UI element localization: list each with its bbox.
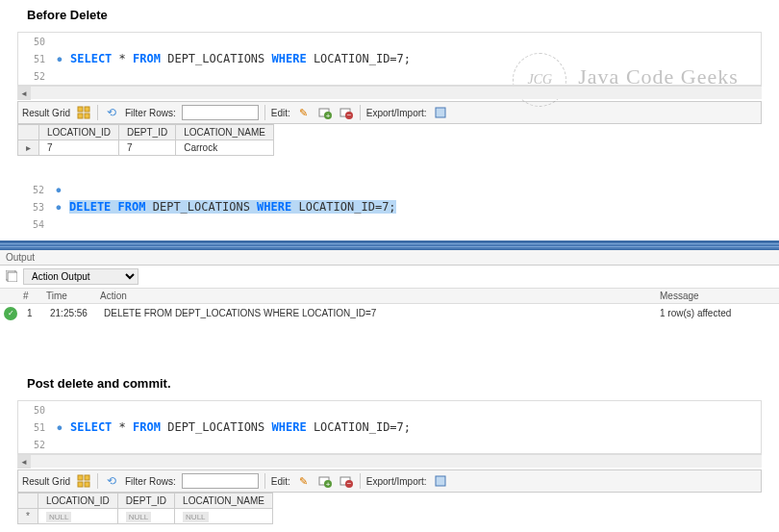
output-panel: Output Action Output # Time Action Messa… xyxy=(0,250,779,322)
export-icon[interactable] xyxy=(433,105,448,120)
output-window-icon[interactable] xyxy=(6,270,17,284)
section-title-before: Before Delete xyxy=(0,0,779,30)
export-import-label: Export/Import: xyxy=(366,476,427,487)
column-header[interactable]: LOCATION_ID xyxy=(39,125,119,140)
svg-text:−: − xyxy=(346,111,351,119)
sql-editor-1[interactable]: 50 51 ● SELECT * FROM DEPT_LOCATIONS WHE… xyxy=(17,32,762,86)
line-number: 54 xyxy=(17,219,52,230)
horizontal-scrollbar[interactable]: ◄ xyxy=(17,86,762,99)
grid-view-icon[interactable] xyxy=(76,105,91,120)
column-header[interactable]: LOCATION_ID xyxy=(38,494,117,509)
filter-rows-input[interactable] xyxy=(182,105,259,120)
svg-rect-10 xyxy=(436,108,445,117)
filter-rows-label: Filter Rows: xyxy=(125,476,176,487)
delete-row-icon[interactable]: − xyxy=(339,473,354,489)
row-marker-icon: ▸ xyxy=(18,140,39,156)
output-row[interactable]: ✓ 1 21:25:56 DELETE FROM DEPT_LOCATIONS … xyxy=(0,304,779,322)
edit-icon[interactable]: ✎ xyxy=(296,105,312,120)
breakpoint-bullet[interactable]: ● xyxy=(52,203,65,212)
svg-rect-13 xyxy=(78,475,83,480)
result-table-1: LOCATION_ID DEPT_ID LOCATION_NAME ▸ 7 7 … xyxy=(17,124,274,156)
sql-statement[interactable]: DELETE FROM DEPT_LOCATIONS WHERE LOCATIO… xyxy=(65,200,762,214)
null-value: NULL xyxy=(46,512,71,522)
svg-rect-12 xyxy=(8,272,17,282)
output-type-dropdown[interactable]: Action Output xyxy=(23,268,138,285)
refresh-icon[interactable]: ⟲ xyxy=(104,473,119,489)
edit-label: Edit: xyxy=(271,108,290,118)
line-number: 51 xyxy=(18,422,53,433)
column-header[interactable]: DEPT_ID xyxy=(117,494,174,509)
scroll-left-icon[interactable]: ◄ xyxy=(17,87,31,100)
table-row[interactable]: * NULL NULL NULL xyxy=(18,509,273,524)
filter-rows-label: Filter Rows: xyxy=(125,108,176,118)
sql-editor-3[interactable]: 50 51 ● SELECT * FROM DEPT_LOCATIONS WHE… xyxy=(17,400,762,454)
line-number: 52 xyxy=(18,440,53,450)
horizontal-scrollbar[interactable]: ◄ xyxy=(17,454,762,468)
svg-rect-16 xyxy=(85,482,89,487)
svg-rect-15 xyxy=(78,482,83,487)
svg-text:+: + xyxy=(325,112,330,119)
svg-rect-14 xyxy=(85,475,89,480)
row-marker-icon: * xyxy=(18,509,38,524)
grid-view-icon[interactable] xyxy=(76,473,91,489)
delete-row-icon[interactable]: − xyxy=(339,105,354,120)
result-grid-label: Result Grid xyxy=(22,108,70,118)
breakpoint-bullet[interactable]: ● xyxy=(53,55,66,63)
status-success-icon: ✓ xyxy=(4,307,17,320)
column-header[interactable]: LOCATION_NAME xyxy=(175,494,273,509)
output-col-message[interactable]: Message xyxy=(654,289,779,303)
export-import-label: Export/Import: xyxy=(366,108,427,118)
add-row-icon[interactable]: + xyxy=(317,105,333,120)
line-number: 53 xyxy=(17,202,52,213)
breakpoint-bullet[interactable]: ● xyxy=(53,423,66,432)
output-tab-label: Output xyxy=(0,250,779,266)
filter-rows-input[interactable] xyxy=(182,473,259,489)
line-number: 50 xyxy=(18,37,53,47)
line-number: 52 xyxy=(18,71,53,82)
add-row-icon[interactable]: + xyxy=(317,473,333,489)
edit-icon[interactable]: ✎ xyxy=(296,473,312,489)
result-table-2: LOCATION_ID DEPT_ID LOCATION_NAME * NULL… xyxy=(17,493,273,524)
svg-text:+: + xyxy=(325,480,330,488)
output-col-num[interactable]: # xyxy=(17,289,40,303)
line-number: 52 xyxy=(17,185,52,195)
svg-text:−: − xyxy=(346,479,351,488)
edit-label: Edit: xyxy=(271,476,290,487)
svg-rect-2 xyxy=(78,114,83,118)
table-row[interactable]: ▸ 7 7 Carrock xyxy=(18,140,274,156)
column-header[interactable]: DEPT_ID xyxy=(118,125,175,140)
svg-rect-1 xyxy=(85,107,89,112)
result-grid-label: Result Grid xyxy=(22,476,70,487)
line-number: 50 xyxy=(18,405,53,416)
null-value: NULL xyxy=(126,512,151,522)
section-title-post: Post delete and commit. xyxy=(0,368,779,398)
scroll-left-icon[interactable]: ◄ xyxy=(17,455,31,469)
line-number: 51 xyxy=(18,54,53,64)
panel-divider[interactable] xyxy=(0,241,779,250)
export-icon[interactable] xyxy=(433,473,448,489)
svg-rect-0 xyxy=(78,107,83,112)
svg-rect-23 xyxy=(436,476,445,486)
result-toolbar: Result Grid ⟲ Filter Rows: Edit: ✎ + − E… xyxy=(17,469,762,493)
null-value: NULL xyxy=(183,512,208,522)
sql-statement[interactable]: SELECT * FROM DEPT_LOCATIONS WHERE LOCAT… xyxy=(66,420,761,434)
sql-statement[interactable]: SELECT * FROM DEPT_LOCATIONS WHERE LOCAT… xyxy=(66,52,761,65)
refresh-icon[interactable]: ⟲ xyxy=(104,105,119,120)
output-col-action[interactable]: Action xyxy=(94,289,654,303)
sql-editor-2[interactable]: 52 ● 53 ● DELETE FROM DEPT_LOCATIONS WHE… xyxy=(17,181,762,233)
svg-rect-3 xyxy=(85,114,89,118)
breakpoint-bullet[interactable]: ● xyxy=(52,186,65,194)
column-header[interactable]: LOCATION_NAME xyxy=(176,125,274,140)
output-col-time[interactable]: Time xyxy=(40,289,94,303)
